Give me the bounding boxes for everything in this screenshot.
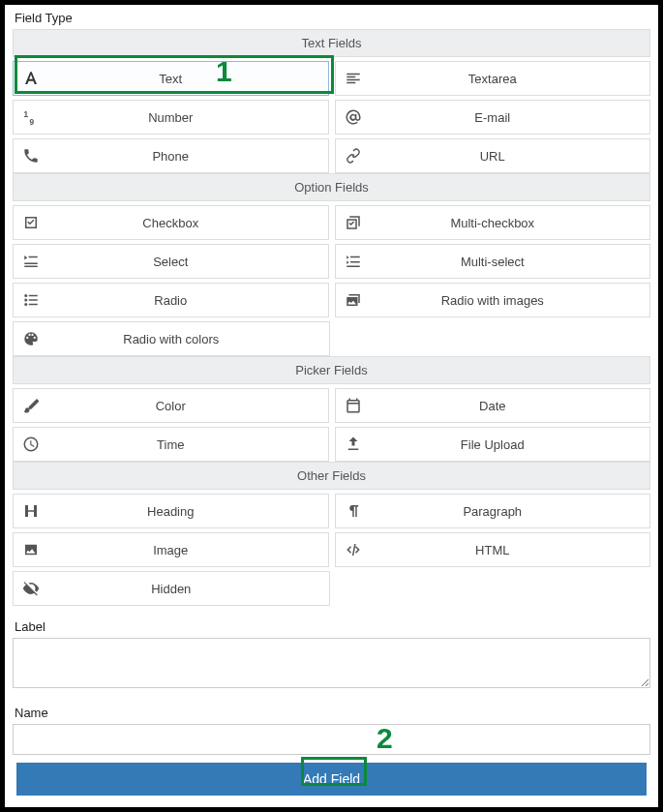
option-label: E-mail [371, 110, 650, 125]
check-square-icon [14, 214, 48, 231]
field-option-time[interactable]: Time [13, 427, 329, 462]
option-label: Select [48, 255, 328, 269]
field-option-textarea[interactable]: Textarea [335, 61, 651, 96]
field-option-html[interactable]: HTML [335, 532, 651, 567]
option-label: File Upload [371, 437, 650, 452]
field-option-multi-select[interactable]: Multi-select [335, 244, 651, 279]
option-label: Text [48, 72, 328, 86]
panel-title: Field Type [15, 11, 650, 25]
label-field-label: Label [15, 619, 650, 634]
option-label: Paragraph [371, 504, 650, 519]
brush-icon [14, 397, 48, 414]
align-left-icon [336, 70, 371, 87]
option-label: Checkbox [48, 216, 328, 230]
list-caret-icon [14, 253, 48, 270]
multi-list-caret-icon [336, 253, 371, 270]
option-label: Multi-select [371, 255, 650, 269]
field-option-paragraph[interactable]: Paragraph [335, 494, 651, 528]
field-option-checkbox[interactable]: Checkbox [13, 205, 329, 240]
code-icon [336, 541, 371, 558]
option-label: Number [48, 110, 328, 125]
field-option-heading[interactable]: Heading [13, 494, 329, 528]
name-input[interactable] [13, 724, 650, 755]
one-nine-icon [14, 108, 48, 126]
option-label: Multi-checkbox [371, 216, 650, 230]
field-option-select[interactable]: Select [13, 244, 329, 279]
field-option-url[interactable]: URL [335, 138, 651, 173]
at-icon [336, 108, 371, 126]
image-stack-icon [336, 291, 371, 309]
image-icon [14, 541, 48, 558]
field-option-hidden[interactable]: Hidden [13, 571, 330, 606]
option-label: Phone [48, 149, 328, 164]
heading-icon [14, 502, 48, 520]
option-label: Radio [48, 293, 328, 308]
field-option-phone[interactable]: Phone [13, 138, 329, 173]
group-header: Other Fields [13, 462, 650, 490]
field-option-multi-checkbox[interactable]: Multi-checkbox [335, 205, 651, 240]
name-field-label: Name [15, 706, 650, 720]
field-option-text[interactable]: Text [13, 61, 329, 96]
field-option-number[interactable]: Number [13, 100, 329, 135]
option-label: Heading [48, 504, 328, 519]
radio-list-icon [14, 291, 48, 309]
link-icon [336, 147, 371, 165]
pilcrow-icon [336, 502, 371, 520]
field-option-radio[interactable]: Radio [13, 283, 329, 317]
option-label: Time [48, 437, 328, 452]
group-header: Option Fields [13, 173, 650, 201]
calendar-icon [336, 397, 371, 414]
letter-a-icon [14, 70, 48, 87]
phone-icon [14, 147, 48, 165]
option-label: Color [48, 399, 328, 413]
field-type-panel: Field Type Text FieldsTextTextareaNumber… [5, 5, 658, 763]
option-label: Date [371, 399, 650, 413]
field-option-radio-images[interactable]: Radio with images [335, 283, 651, 317]
option-label: Radio with colors [48, 332, 329, 346]
upload-icon [336, 436, 371, 453]
palette-icon [14, 330, 48, 347]
group-header: Text Fields [13, 29, 650, 57]
clock-icon [14, 436, 48, 453]
field-option-date[interactable]: Date [335, 388, 651, 423]
field-option-email[interactable]: E-mail [335, 100, 651, 135]
option-label: Hidden [48, 582, 329, 596]
option-label: Image [48, 543, 328, 557]
field-option-file[interactable]: File Upload [335, 427, 651, 462]
multi-check-square-icon [336, 214, 371, 231]
field-option-color[interactable]: Color [13, 388, 329, 423]
label-input[interactable] [13, 638, 650, 688]
field-option-image[interactable]: Image [13, 532, 329, 567]
option-label: Radio with images [371, 293, 650, 308]
option-label: HTML [371, 543, 650, 557]
group-header: Picker Fields [13, 356, 650, 384]
option-label: URL [371, 149, 650, 164]
field-option-radio-colors[interactable]: Radio with colors [13, 321, 330, 356]
add-field-button[interactable]: Add Field [16, 763, 647, 796]
option-label: Textarea [371, 72, 650, 86]
eye-off-icon [14, 580, 48, 597]
